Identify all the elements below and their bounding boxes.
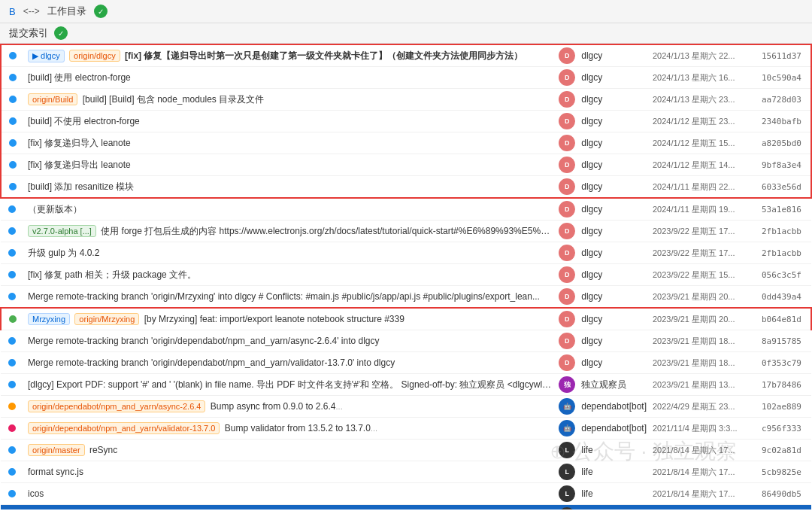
commit-index-label: 提交索引	[9, 26, 48, 40]
date-cell: 2021/8/14 星期六 17...	[650, 440, 759, 461]
commit-message-text: [dlgcy] Export PDF: support '#' and ' '(…	[28, 379, 551, 390]
author-cell: dlgcy	[578, 154, 650, 176]
commit-message-cell: 升级 gulp 为 4.0.2	[23, 242, 556, 264]
commit-message-cell: [fix] 修复 path 相关；升级 package 文件。	[23, 264, 556, 286]
table-row[interactable]: Merge remote-tracking branch 'origin/dep…	[1, 330, 811, 352]
date-cell: 2021/8/14 星期六 17...	[650, 461, 759, 483]
commit-message-text: [by Mrzyxing] feat: import/export leanot…	[144, 314, 404, 324]
commit-message-text: Bump async from 0.9.0 to 2.6.4	[211, 401, 336, 412]
commit-message-cell: v2.7.0 Update version	[23, 505, 556, 510]
hash-cell: 9bf8a3e4	[759, 154, 811, 176]
table-row[interactable]: [build] 使用 electron-forgeDdlgcy2024/1/13…	[1, 67, 811, 89]
date-cell: 2021/8/14 星期六 17...	[650, 483, 759, 505]
table-row[interactable]: format sync.jsLlife2021/8/14 星期六 17...5c…	[1, 461, 811, 483]
avatar: D	[559, 178, 575, 195]
table-row[interactable]: Mrzyxing origin/Mrzyxing [by Mrzyxing] f…	[1, 308, 811, 330]
hash-cell: 056c3c5f	[759, 264, 811, 286]
header-bar: B <--> 工作目录 ✓	[0, 0, 812, 23]
commit-message-cell: （更新版本）	[23, 198, 556, 221]
table-row[interactable]: origin/master reSyncLlife2021/8/14 星期六 1…	[1, 440, 811, 461]
ellipsis-button[interactable]: ...	[371, 424, 377, 433]
graph-cell	[1, 505, 23, 510]
commit-message-cell: [fix] 修复递归导入 leanote	[23, 132, 556, 154]
author-cell: dlgcy	[578, 286, 650, 309]
commit-message-cell: Merge remote-tracking branch 'origin/Mrz…	[23, 286, 556, 309]
date-cell: 2023/9/21 星期四 20...	[650, 286, 759, 309]
author-cell: dlgcy	[578, 242, 650, 264]
avatar-cell: D	[556, 242, 578, 264]
hash-cell: 17b78486	[759, 374, 811, 396]
commit-message-text: Bump validator from 13.5.2 to 13.7.0	[225, 423, 371, 433]
avatar-cell: D	[556, 154, 578, 176]
commit-message-cell: [dlgcy] Export PDF: support '#' and ' '(…	[23, 374, 556, 396]
commit-tag: origin/master	[28, 444, 85, 456]
author-cell: dlgcy	[578, 221, 650, 242]
graph-cell	[1, 176, 23, 199]
commit-message-cell: v2.7.0-alpha [...] 使用 forge 打包后生成的内容 htt…	[23, 221, 556, 242]
author-cell: dependabot[bot]	[578, 396, 650, 418]
date-cell: 2022/4/29 星期五 23...	[650, 396, 759, 418]
graph-cell	[1, 264, 23, 286]
avatar-cell: L	[556, 483, 578, 505]
table-row[interactable]: origin/dependabot/npm_and_yarn/async-2.6…	[1, 396, 811, 418]
avatar-cell: 🤖	[556, 418, 578, 440]
graph-cell	[1, 330, 23, 352]
table-row[interactable]: [fix] 修复递归导出 leanoteDdlgcy2024/1/12 星期五 …	[1, 154, 811, 176]
commit-message-text: [fix] 修复【递归导出时第一次只是创建了第一级文件夹就卡住了】（创建文件夹方…	[125, 50, 523, 61]
avatar: 🤖	[559, 398, 575, 415]
table-row[interactable]: [dlgcy] Export PDF: support '#' and ' '(…	[1, 374, 811, 396]
table-row[interactable]: v2.7.0 Update versionLlife2021/3/28 星期日 …	[1, 505, 811, 510]
commit-list-scroll[interactable]: ▶ dlgcy origin/dlgcy [fix] 修复【递归导出时第一次只是…	[0, 44, 812, 509]
table-row[interactable]: [fix] 修复 path 相关；升级 package 文件。Ddlgcy202…	[1, 264, 811, 286]
hash-cell: 102ae889	[759, 396, 811, 418]
graph-cell	[1, 461, 23, 483]
table-row[interactable]: Merge remote-tracking branch 'origin/Mrz…	[1, 286, 811, 309]
commit-tag: origin/Build	[28, 93, 77, 105]
date-cell: 2023/9/21 星期四 13...	[650, 374, 759, 396]
graph-cell	[1, 221, 23, 242]
arrow-separator: <-->	[23, 6, 40, 17]
avatar-cell: D	[556, 286, 578, 309]
table-row[interactable]: [fix] 修复递归导入 leanoteDdlgcy2024/1/12 星期五 …	[1, 132, 811, 154]
commit-message-text: Merge remote-tracking branch 'origin/Mrz…	[28, 291, 540, 302]
hash-cell: 0f353c79	[759, 352, 811, 374]
table-row[interactable]: 升级 gulp 为 4.0.2Ddlgcy2023/9/22 星期五 17...…	[1, 242, 811, 264]
commit-tag: v2.7.0-alpha [...]	[28, 225, 96, 237]
commit-message-cell: Merge remote-tracking branch 'origin/dep…	[23, 330, 556, 352]
table-row[interactable]: origin/dependabot/npm_and_yarn/validator…	[1, 418, 811, 440]
table-row[interactable]: icosLlife2021/8/14 星期六 17...86490db5	[1, 483, 811, 505]
commit-message-cell: origin/dependabot/npm_and_yarn/validator…	[23, 418, 556, 440]
author-cell: dlgcy	[578, 67, 650, 89]
graph-cell	[1, 396, 23, 418]
author-cell: dlgcy	[578, 89, 650, 111]
table-row[interactable]: v2.7.0-alpha [...] 使用 forge 打包后生成的内容 htt…	[1, 221, 811, 242]
avatar-cell: D	[556, 352, 578, 374]
ellipsis-button[interactable]: ...	[336, 402, 343, 411]
avatar: D	[559, 69, 575, 86]
author-cell: dependabot[bot]	[578, 418, 650, 440]
b-link[interactable]: B	[9, 6, 16, 17]
hash-cell: b064e81d	[759, 308, 811, 330]
date-cell: 2024/1/12 星期五 15...	[650, 132, 759, 154]
commit-message-cell: format sync.js	[23, 461, 556, 483]
author-cell: dlgcy	[578, 176, 650, 199]
hash-cell: 0dd439a4	[759, 286, 811, 309]
table-row[interactable]: ▶ dlgcy origin/dlgcy [fix] 修复【递归导出时第一次只是…	[1, 44, 811, 67]
commit-message-cell: origin/Build [build] [Build] 包含 node_mod…	[23, 89, 556, 111]
author-cell: life	[578, 483, 650, 505]
commit-message-cell: icos	[23, 483, 556, 505]
table-row[interactable]: Merge remote-tracking branch 'origin/dep…	[1, 352, 811, 374]
graph-cell	[1, 242, 23, 264]
author-cell: life	[578, 461, 650, 483]
avatar: D	[559, 113, 575, 129]
table-row[interactable]: [build] 添加 resanitize 模块Ddlgcy2024/1/11 …	[1, 176, 811, 199]
author-cell: life	[578, 440, 650, 461]
hash-cell: 53a1e816	[759, 198, 811, 221]
avatar-cell: 独	[556, 374, 578, 396]
table-row[interactable]: [build] 不使用 electron-forgeDdlgcy2024/1/1…	[1, 111, 811, 132]
table-row[interactable]: origin/Build [build] [Build] 包含 node_mod…	[1, 89, 811, 111]
avatar-cell: L	[556, 440, 578, 461]
avatar: D	[559, 91, 575, 108]
author-cell: dlgcy	[578, 308, 650, 330]
table-row[interactable]: （更新版本）Ddlgcy2024/1/11 星期四 19...53a1e816	[1, 198, 811, 221]
